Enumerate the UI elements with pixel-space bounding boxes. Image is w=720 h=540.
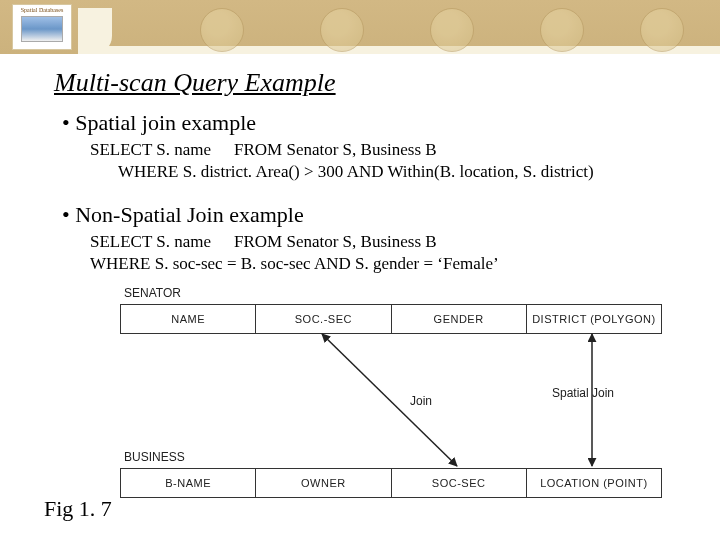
globe-icon [540, 8, 584, 52]
spatial-join-label: Spatial Join [552, 386, 614, 400]
senator-table: NAME SOC.-SEC GENDER DISTRICT (POLYGON) [120, 304, 662, 334]
banner-bar [78, 46, 720, 54]
bullet-nonspatial-join: • Non-Spatial Join example [62, 202, 304, 228]
column-header: SOC.-SEC [256, 305, 391, 333]
column-header: NAME [121, 305, 256, 333]
business-table: B-NAME OWNER SOC-SEC LOCATION (POINT) [120, 468, 662, 498]
code-line: WHERE S. district. Area() > 300 AND With… [118, 162, 594, 182]
column-header: GENDER [392, 305, 527, 333]
slide-title: Multi-scan Query Example [54, 68, 336, 98]
code-line: SELECT S. name [90, 232, 211, 252]
logo-card: Spatial Databases [12, 4, 72, 50]
senator-label: SENATOR [124, 286, 181, 300]
join-label: Join [410, 394, 432, 408]
svg-line-0 [322, 334, 457, 466]
bullet-spatial-join: • Spatial join example [62, 110, 256, 136]
column-header: OWNER [256, 469, 391, 497]
globe-icon [200, 8, 244, 52]
logo-text: Spatial Databases [13, 5, 71, 14]
code-line: FROM Senator S, Business B [234, 140, 437, 160]
join-diagram: SENATOR BUSINESS Join Spatial Join NAME … [120, 286, 680, 518]
logo-image [21, 16, 63, 42]
code-line: SELECT S. name [90, 140, 211, 160]
globe-icon [430, 8, 474, 52]
globe-icon [640, 8, 684, 52]
code-line: WHERE S. soc-sec = B. soc-sec AND S. gen… [90, 254, 499, 274]
column-header: B-NAME [121, 469, 256, 497]
code-line: FROM Senator S, Business B [234, 232, 437, 252]
figure-caption: Fig 1. 7 [44, 496, 112, 522]
business-label: BUSINESS [124, 450, 185, 464]
globe-icon [320, 8, 364, 52]
slide-banner: Spatial Databases [0, 0, 720, 54]
column-header: LOCATION (POINT) [527, 469, 661, 497]
column-header: SOC-SEC [392, 469, 527, 497]
column-header: DISTRICT (POLYGON) [527, 305, 661, 333]
slide-body: Multi-scan Query Example • Spatial join … [0, 54, 720, 540]
